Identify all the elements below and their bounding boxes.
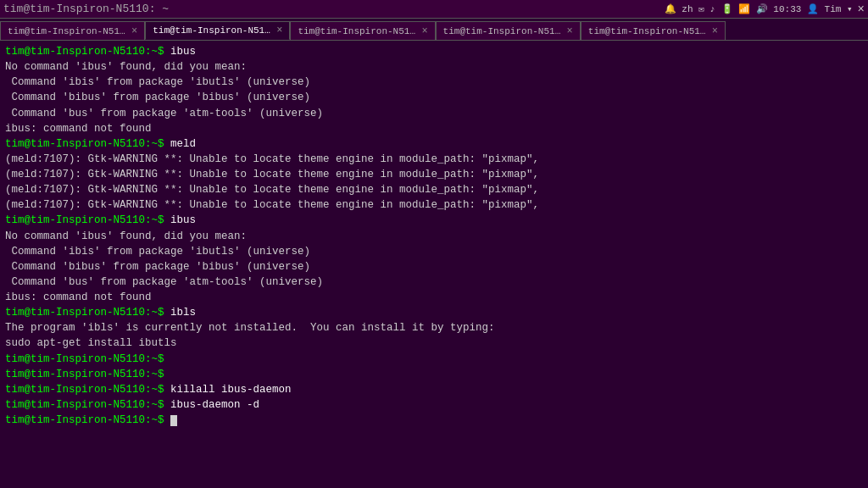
terminal-line: Command 'bibus' from package 'bibus' (un… <box>5 90 863 105</box>
terminal-line: tim@tim-Inspiron-N5110:~$ <box>5 413 863 428</box>
terminal-line: tim@tim-Inspiron-N5110:~$ meld <box>5 136 863 152</box>
terminal-line: (meld:7107): Gtk-WARNING **: Unable to l… <box>5 182 863 197</box>
terminal-line: (meld:7107): Gtk-WARNING **: Unable to l… <box>5 167 863 182</box>
tab-close-icon[interactable]: × <box>276 25 282 36</box>
terminal-line: ibus: command not found <box>5 121 863 136</box>
system-tray: 🔔 zh ✉ ♪ 🔋 📶 🔊 10:33 👤 Tim ▾ × <box>665 3 865 16</box>
output-text: (meld:7107): Gtk-WARNING **: Unable to l… <box>5 199 539 211</box>
tab-tab2[interactable]: tim@tim-Inspiron-N5110: ~× <box>145 21 290 40</box>
tab-bar: tim@tim-Inspiron-N5110: ~/andro...×tim@t… <box>0 19 868 41</box>
prompt-text: tim@tim-Inspiron-N5110:~$ <box>5 384 170 396</box>
command-text: ibus-daemon -d <box>170 399 259 411</box>
terminal-cursor <box>170 415 177 426</box>
output-text: No command 'ibus' found, did you mean: <box>5 230 247 242</box>
tab-label: tim@tim-Inspiron-N5110: ~ <box>588 26 707 36</box>
command-text: meld <box>170 138 196 150</box>
terminal-line: sudo apt-get install ibutls <box>5 336 863 351</box>
output-text: (meld:7107): Gtk-WARNING **: Unable to l… <box>5 184 539 196</box>
terminal-line: tim@tim-Inspiron-N5110:~$ killall ibus-d… <box>5 382 863 397</box>
terminal-line: Command 'bibus' from package 'bibus' (un… <box>5 259 863 274</box>
output-text: sudo apt-get install ibutls <box>5 337 177 349</box>
terminal-line: Command 'ibis' from package 'ibutls' (un… <box>5 75 863 90</box>
command-text: ibus <box>170 46 196 58</box>
terminal-line: tim@tim-Inspiron-N5110:~$ ibus <box>5 44 863 59</box>
prompt-text: tim@tim-Inspiron-N5110:~$ <box>5 307 170 319</box>
terminal-line: tim@tim-Inspiron-N5110:~$ <box>5 352 863 367</box>
output-text: Command 'bibus' from package 'bibus' (un… <box>5 261 310 273</box>
terminal-line: Command 'ibis' from package 'ibutls' (un… <box>5 244 863 259</box>
tab-tab1[interactable]: tim@tim-Inspiron-N5110: ~/andro...× <box>0 21 145 40</box>
prompt-text: tim@tim-Inspiron-N5110:~$ <box>5 399 170 411</box>
prompt-text: tim@tim-Inspiron-N5110:~$ <box>5 214 170 226</box>
close-window-icon[interactable]: × <box>858 3 865 16</box>
terminal-line: tim@tim-Inspiron-N5110:~$ ibus <box>5 213 863 228</box>
tab-label: tim@tim-Inspiron-N5110: ~ <box>443 26 562 36</box>
tab-close-icon[interactable]: × <box>131 25 137 37</box>
terminal-line: No command 'ibus' found, did you mean: <box>5 59 863 75</box>
output-text: Command 'bus' from package 'atm-tools' (… <box>5 276 323 288</box>
prompt-text: tim@tim-Inspiron-N5110:~$ <box>5 353 164 365</box>
terminal-line: (meld:7107): Gtk-WARNING **: Unable to l… <box>5 197 863 213</box>
tab-label: tim@tim-Inspiron-N5110: ~ <box>298 26 416 36</box>
output-text: (meld:7107): Gtk-WARNING **: Unable to l… <box>5 169 539 180</box>
prompt-text: tim@tim-Inspiron-N5110:~$ <box>5 414 170 426</box>
output-text: Command 'ibis' from package 'ibutls' (un… <box>5 76 310 88</box>
tab-close-icon[interactable]: × <box>712 25 718 37</box>
command-text: killall ibus-daemon <box>170 384 292 396</box>
prompt-text: tim@tim-Inspiron-N5110:~$ <box>5 138 170 150</box>
output-text: Command 'bus' from package 'atm-tools' (… <box>5 108 323 119</box>
terminal-line: ibus: command not found <box>5 290 863 305</box>
tray-icons: 🔔 zh ✉ ♪ 🔋 📶 🔊 10:33 👤 Tim ▾ <box>665 3 853 14</box>
tab-label: tim@tim-Inspiron-N5110: ~/andro... <box>8 26 126 36</box>
output-text: ibus: command not found <box>5 123 152 135</box>
titlebar: tim@tim-Inspiron-N5110: ~ 🔔 zh ✉ ♪ 🔋 📶 🔊… <box>0 0 868 19</box>
prompt-text: tim@tim-Inspiron-N5110:~$ <box>5 369 164 380</box>
tab-close-icon[interactable]: × <box>421 25 427 37</box>
window-title-text: tim@tim-Inspiron-N5110: ~ <box>3 3 169 15</box>
output-text: ibus: command not found <box>5 291 152 303</box>
command-text: ibus <box>170 214 196 226</box>
tab-tab4[interactable]: tim@tim-Inspiron-N5110: ~× <box>436 21 581 40</box>
tab-label: tim@tim-Inspiron-N5110: ~ <box>153 25 271 36</box>
terminal-line: Command 'bus' from package 'atm-tools' (… <box>5 274 863 290</box>
output-text: No command 'ibus' found, did you mean: <box>5 61 247 73</box>
command-text: ibls <box>170 307 196 319</box>
output-text: (meld:7107): Gtk-WARNING **: Unable to l… <box>5 153 539 165</box>
terminal-line: The program 'ibls' is currently not inst… <box>5 320 863 336</box>
terminal-line: (meld:7107): Gtk-WARNING **: Unable to l… <box>5 152 863 167</box>
terminal-output: tim@tim-Inspiron-N5110:~$ ibusNo command… <box>0 41 868 488</box>
output-text: Command 'ibis' from package 'ibutls' (un… <box>5 246 310 258</box>
terminal-line: tim@tim-Inspiron-N5110:~$ ibls <box>5 305 863 320</box>
terminal-line: No command 'ibus' found, did you mean: <box>5 229 863 244</box>
terminal-line: Command 'bus' from package 'atm-tools' (… <box>5 106 863 121</box>
terminal-line: tim@tim-Inspiron-N5110:~$ ibus-daemon -d <box>5 397 863 413</box>
tab-tab3[interactable]: tim@tim-Inspiron-N5110: ~× <box>290 21 435 40</box>
prompt-text: tim@tim-Inspiron-N5110:~$ <box>5 46 170 58</box>
tab-close-icon[interactable]: × <box>567 25 573 37</box>
output-text: The program 'ibls' is currently not inst… <box>5 322 495 334</box>
output-text: Command 'bibus' from package 'bibus' (un… <box>5 92 310 103</box>
tab-tab5[interactable]: tim@tim-Inspiron-N5110: ~× <box>581 21 726 40</box>
terminal-line: tim@tim-Inspiron-N5110:~$ <box>5 367 863 382</box>
window-title: tim@tim-Inspiron-N5110: ~ <box>3 3 169 15</box>
